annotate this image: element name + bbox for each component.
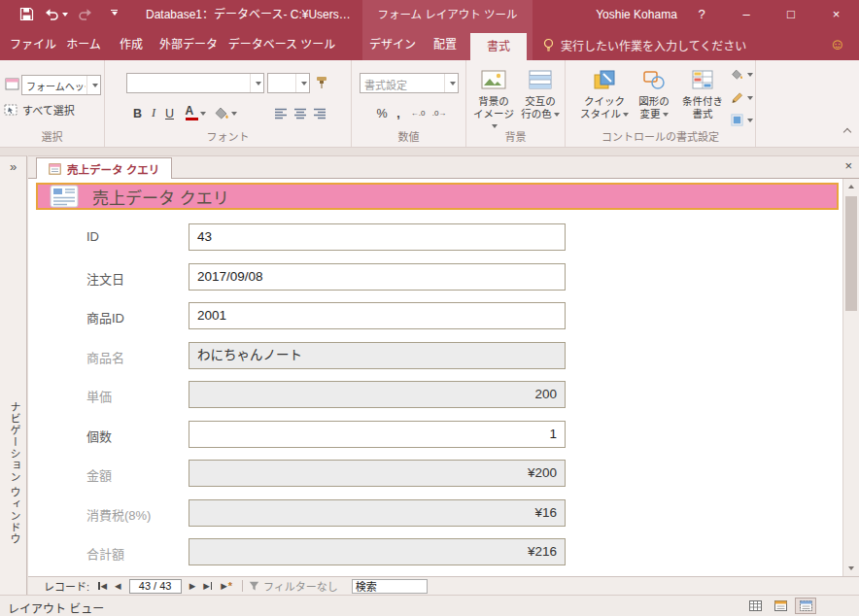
field-label-total[interactable]: 合計額	[86, 544, 124, 563]
minimize-button[interactable]: –	[724, 0, 769, 29]
record-search-input[interactable]	[352, 579, 428, 594]
object-selector-combobox[interactable]: フォームヘッダー	[21, 75, 101, 95]
combobox-dropdown-icon[interactable]	[86, 76, 100, 94]
title-bar: Database1：データベース- C:¥Users… フォーム レイアウト ツ…	[0, 0, 859, 29]
font-size-combobox[interactable]	[267, 73, 310, 93]
close-document-icon[interactable]: ×	[844, 158, 852, 173]
field-label-id[interactable]: ID	[86, 229, 99, 244]
scrollbar-thumb[interactable]	[845, 196, 857, 311]
group-label-number: 数値	[352, 128, 465, 144]
datasheet-view-button[interactable]	[744, 598, 766, 614]
field-input-quantity[interactable]: 1	[189, 421, 566, 448]
select-all-label: すべて選択	[22, 102, 75, 118]
field-label-order-date[interactable]: 注文日	[86, 269, 124, 288]
close-button[interactable]: ×	[813, 0, 859, 29]
align-right-button[interactable]	[311, 103, 328, 123]
ribbon-group-background: 背景の イメージ 交互の 行の色 背景	[466, 60, 566, 147]
italic-button[interactable]: I	[147, 103, 160, 123]
tab-create[interactable]: 作成	[109, 29, 154, 60]
layout-view-button[interactable]	[795, 598, 816, 614]
vertical-scrollbar[interactable]	[842, 179, 859, 576]
field-label-product-id[interactable]: 商品ID	[86, 308, 124, 326]
navigation-pane-collapsed[interactable]: » ナビゲーション ウィンドウ	[0, 155, 27, 595]
field-input-unit-price[interactable]: 200	[189, 381, 566, 408]
scroll-down-icon[interactable]	[843, 561, 859, 576]
next-record-button[interactable]: ▶	[189, 581, 196, 591]
align-center-button[interactable]	[292, 103, 309, 123]
collapse-ribbon-button[interactable]	[844, 121, 850, 139]
background-image-label: 背景の イメージ	[473, 95, 514, 120]
navigation-pane-title[interactable]: ナビゲーション ウィンドウ	[7, 401, 22, 545]
form-view-button[interactable]	[770, 598, 791, 614]
tab-home[interactable]: ホーム	[58, 29, 109, 60]
field-label-tax[interactable]: 消費税(8%)	[86, 505, 151, 524]
background-image-button[interactable]: 背景の イメージ	[470, 63, 517, 135]
new-record-button[interactable]: ▶*	[221, 581, 232, 591]
tab-database-tools[interactable]: データベース ツール	[223, 29, 340, 60]
filter-status[interactable]: フィルターなし	[249, 578, 338, 594]
font-name-dropdown-icon[interactable]	[250, 74, 263, 92]
number-format-dropdown-icon[interactable]	[444, 74, 458, 92]
account-user-name[interactable]: Yoshie Kohama	[583, 0, 690, 29]
alternate-row-color-button[interactable]: 交互の 行の色	[518, 63, 563, 135]
field-label-quantity[interactable]: 個数	[86, 427, 112, 445]
undo-icon[interactable]	[44, 8, 59, 21]
tab-external-data[interactable]: 外部データ	[154, 29, 223, 60]
bold-button[interactable]: B	[130, 103, 145, 123]
tab-file[interactable]: ファイル	[8, 29, 58, 60]
field-input-product-name[interactable]: わにちゃんノート	[189, 342, 566, 369]
field-input-order-date[interactable]: 2017/09/08	[189, 263, 566, 291]
comma-style-button[interactable]: ,	[393, 103, 404, 123]
decrease-decimal-button[interactable]: .0→	[430, 103, 449, 123]
customize-quick-access-icon[interactable]	[111, 10, 118, 16]
field-label-unit-price[interactable]: 単価	[86, 387, 112, 405]
tell-me-box[interactable]: 実行したい作業を入力してください	[542, 29, 746, 60]
field-input-tax[interactable]: ¥16	[189, 499, 566, 527]
scroll-up-icon[interactable]	[843, 179, 859, 194]
shape-effects-button[interactable]	[731, 114, 753, 126]
first-record-button[interactable]: ◀	[97, 581, 107, 591]
underline-button[interactable]: U	[162, 103, 177, 123]
font-color-letter: A	[186, 106, 198, 117]
font-name-combobox[interactable]	[126, 73, 264, 93]
group-label-control-formatting: コントロールの書式設定	[566, 128, 755, 144]
format-painter-icon[interactable]	[314, 75, 329, 94]
field-label-product-name[interactable]: 商品名	[86, 348, 124, 366]
feedback-smiley-icon[interactable]: ☺	[830, 29, 845, 60]
font-color-button[interactable]: A	[183, 103, 208, 123]
document-tab-bar: 売上データ クエリ ×	[28, 155, 859, 179]
field-label-amount[interactable]: 金額	[86, 465, 112, 484]
form-header-selected[interactable]: 売上データ クエリ	[36, 183, 839, 210]
align-left-button[interactable]	[272, 103, 290, 123]
field-input-id[interactable]: 43	[189, 223, 566, 251]
conditional-formatting-button[interactable]: 条件付き 書式	[678, 63, 727, 135]
bar-glyph	[211, 582, 213, 590]
increase-decimal-button[interactable]: ←.0	[408, 103, 428, 123]
quick-styles-button[interactable]: クイック スタイル	[579, 63, 630, 135]
select-all-button[interactable]: すべて選択	[4, 102, 75, 118]
field-input-product-id[interactable]: 2001	[189, 302, 566, 329]
shape-fill-button[interactable]	[731, 69, 753, 81]
field-input-amount[interactable]: ¥200	[189, 460, 566, 487]
maximize-button[interactable]: □	[769, 0, 813, 29]
tab-format[interactable]: 書式	[470, 33, 527, 60]
record-position-input[interactable]	[129, 579, 182, 594]
expand-nav-pane-button[interactable]: »	[0, 156, 26, 174]
document-tab-sales-query[interactable]: 売上データ クエリ	[36, 157, 172, 179]
last-record-button[interactable]: ▶	[203, 581, 213, 591]
percent-style-button[interactable]: %	[373, 103, 391, 123]
help-button[interactable]: ?	[688, 0, 715, 29]
field-input-total[interactable]: ¥216	[189, 538, 566, 565]
bar-glyph	[98, 582, 100, 590]
fill-color-button[interactable]	[212, 103, 239, 123]
tab-arrange[interactable]: 配置	[424, 29, 466, 60]
number-format-combobox[interactable]: 書式設定	[360, 73, 459, 93]
font-size-dropdown-icon[interactable]	[295, 74, 309, 92]
save-icon[interactable]	[19, 7, 34, 21]
shape-outline-button[interactable]	[731, 91, 753, 104]
previous-record-button[interactable]: ◀	[115, 581, 121, 591]
undo-dropdown-icon[interactable]	[62, 13, 68, 17]
view-shortcut-buttons	[744, 598, 816, 614]
change-shape-button[interactable]: 図形の 変更	[631, 63, 677, 135]
tab-design[interactable]: デザイン	[365, 29, 420, 60]
